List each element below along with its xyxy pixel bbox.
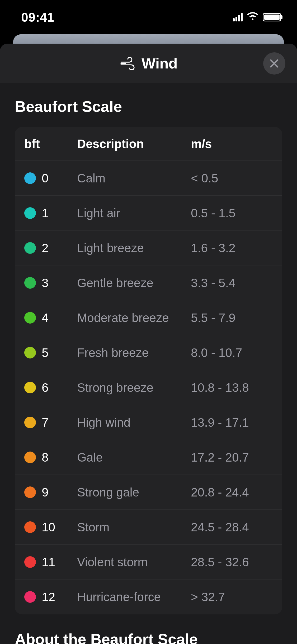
cell-ms: 24.5 - 28.4 — [191, 520, 273, 534]
background-sheet-peek — [13, 34, 284, 45]
sheet-title: Wind — [0, 55, 297, 72]
scale-color-dot — [24, 242, 36, 254]
cell-bft: 0 — [24, 171, 77, 185]
cell-ms: 17.2 - 20.7 — [191, 450, 273, 464]
scale-color-dot — [24, 521, 36, 533]
table-row: 12Hurricane-force> 32.7 — [15, 579, 282, 614]
status-time: 09:41 — [21, 10, 54, 25]
cell-description: Gale — [77, 450, 191, 464]
sheet-title-text: Wind — [142, 55, 177, 72]
cell-description: Violent storm — [77, 555, 191, 569]
sheet-body[interactable]: Beaufort Scale bft Description m/s 0Calm… — [0, 83, 297, 644]
bft-number: 3 — [42, 276, 49, 290]
wifi-icon — [247, 12, 258, 22]
cell-bft: 11 — [24, 555, 77, 569]
section-title-beaufort: Beaufort Scale — [15, 98, 282, 115]
cell-bft: 9 — [24, 485, 77, 499]
cell-ms: 0.5 - 1.5 — [191, 206, 273, 220]
cell-bft: 1 — [24, 206, 77, 220]
cell-bft: 10 — [24, 520, 77, 534]
th-ms: m/s — [191, 137, 273, 151]
scale-color-dot — [24, 556, 36, 568]
cell-ms: 10.8 - 13.8 — [191, 380, 273, 395]
battery-icon — [263, 13, 281, 21]
cell-bft: 5 — [24, 346, 77, 360]
cell-ms: 3.3 - 5.4 — [191, 276, 273, 290]
cell-ms: 1.6 - 3.2 — [191, 241, 273, 255]
status-bar: 09:41 — [0, 0, 297, 34]
cell-bft: 2 — [24, 241, 77, 255]
scale-color-dot — [24, 277, 36, 289]
bft-number: 12 — [42, 590, 55, 604]
bft-number: 1 — [42, 206, 49, 220]
scale-color-dot — [24, 347, 36, 358]
cell-bft: 4 — [24, 311, 77, 325]
bft-number: 5 — [42, 346, 49, 360]
table-row: 3Gentle breeze3.3 - 5.4 — [15, 265, 282, 300]
cell-ms: 20.8 - 24.4 — [191, 485, 273, 499]
cell-description: Fresh breeze — [77, 346, 191, 360]
th-bft: bft — [24, 137, 77, 151]
bft-number: 7 — [42, 415, 49, 430]
bft-number: 10 — [42, 520, 55, 534]
about-prefix: About the — [15, 631, 91, 644]
cell-ms: > 32.7 — [191, 590, 273, 604]
table-row: 1Light air0.5 - 1.5 — [15, 196, 282, 231]
table-row: 5Fresh breeze8.0 - 10.7 — [15, 335, 282, 370]
wind-icon — [119, 56, 136, 71]
bft-number: 6 — [42, 380, 49, 395]
cell-description: Calm — [77, 171, 191, 185]
cell-bft: 7 — [24, 415, 77, 430]
cell-ms: < 0.5 — [191, 171, 273, 185]
cell-description: Light air — [77, 206, 191, 220]
table-row: 0Calm< 0.5 — [15, 161, 282, 196]
table-row: 6Strong breeze10.8 - 13.8 — [15, 370, 282, 405]
scale-color-dot — [24, 382, 36, 393]
close-icon — [269, 58, 279, 68]
bft-number: 11 — [42, 555, 55, 569]
cell-ms: 13.9 - 17.1 — [191, 415, 273, 430]
table-header: bft Description m/s — [15, 127, 282, 161]
scale-color-dot — [24, 312, 36, 324]
cell-description: Strong breeze — [77, 380, 191, 395]
scale-color-dot — [24, 172, 36, 184]
cell-description: High wind — [77, 415, 191, 430]
cell-description: Moderate breeze — [77, 311, 191, 325]
cell-bft: 6 — [24, 380, 77, 395]
cell-description: Storm — [77, 520, 191, 534]
scale-color-dot — [24, 452, 36, 463]
table-row: 9Strong gale20.8 - 24.4 — [15, 475, 282, 510]
table-row: 7High wind13.9 - 17.1 — [15, 405, 282, 440]
sheet-header: Wind — [0, 44, 297, 83]
close-button[interactable] — [263, 52, 285, 75]
table-row: 10Storm24.5 - 28.4 — [15, 510, 282, 545]
bft-number: 4 — [42, 311, 49, 325]
cell-bft: 8 — [24, 450, 77, 464]
cell-ms: 5.5 - 7.9 — [191, 311, 273, 325]
bft-number: 9 — [42, 485, 49, 499]
th-description: Description — [77, 137, 191, 151]
table-row: 2Light breeze1.6 - 3.2 — [15, 231, 282, 265]
table-row: 4Moderate breeze5.5 - 7.9 — [15, 300, 282, 335]
cell-description: Light breeze — [77, 241, 191, 255]
cellular-icon — [233, 13, 243, 21]
cell-bft: 12 — [24, 590, 77, 604]
cell-description: Hurricane-force — [77, 590, 191, 604]
table-row: 8Gale17.2 - 20.7 — [15, 440, 282, 475]
scale-color-dot — [24, 591, 36, 603]
table-row: 11Violent storm28.5 - 32.6 — [15, 545, 282, 579]
cell-description: Gentle breeze — [77, 276, 191, 290]
cell-description: Strong gale — [77, 485, 191, 499]
bft-number: 8 — [42, 450, 49, 464]
cell-ms: 8.0 - 10.7 — [191, 346, 273, 360]
status-icons — [233, 12, 281, 22]
cell-ms: 28.5 - 32.6 — [191, 555, 273, 569]
scale-color-dot — [24, 417, 36, 428]
wind-sheet: Wind Beaufort Scale bft Description m/s … — [0, 44, 297, 644]
scale-color-dot — [24, 207, 36, 219]
bft-number: 0 — [42, 171, 49, 185]
scale-color-dot — [24, 486, 36, 498]
beaufort-table: bft Description m/s 0Calm< 0.51Light air… — [15, 127, 282, 614]
cell-bft: 3 — [24, 276, 77, 290]
bft-number: 2 — [42, 241, 49, 255]
